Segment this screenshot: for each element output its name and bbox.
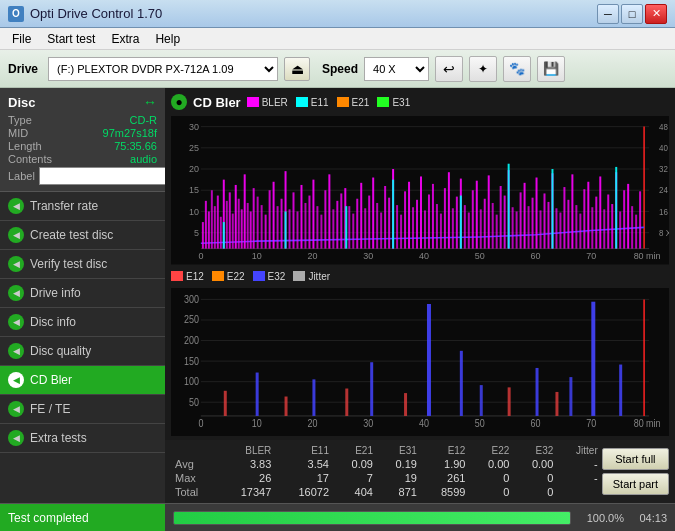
- title-left: O Opti Drive Control 1.70: [8, 6, 162, 22]
- transfer-rate-icon: ◀: [8, 198, 24, 214]
- svg-rect-78: [376, 203, 378, 249]
- row-max-jitter: -: [557, 471, 601, 485]
- svg-rect-132: [591, 207, 593, 248]
- svg-rect-58: [296, 211, 298, 248]
- svg-rect-77: [372, 178, 374, 249]
- svg-rect-131: [587, 182, 589, 249]
- row-total-jitter: [557, 485, 601, 499]
- svg-rect-129: [579, 214, 581, 249]
- erase-button[interactable]: ✦: [469, 56, 497, 82]
- svg-rect-35: [217, 196, 219, 249]
- fe-te-icon: ◀: [8, 401, 24, 417]
- svg-rect-117: [532, 198, 534, 249]
- svg-rect-143: [635, 215, 637, 249]
- speed-select[interactable]: 40 X: [364, 57, 429, 81]
- svg-text:100: 100: [184, 375, 199, 387]
- window-controls: ─ □ ✕: [597, 4, 667, 24]
- chart-title-bar: ● CD Bler BLER E11 E21 E31: [171, 92, 669, 112]
- status-right: 100.0% 04:13: [165, 511, 675, 525]
- svg-text:40: 40: [419, 417, 429, 429]
- drive-select[interactable]: (F:) PLEXTOR DVDR PX-712A 1.09: [48, 57, 278, 81]
- svg-rect-184: [569, 377, 572, 416]
- top-chart-svg: 30 25 20 15 10 5 48 X 40 X 32 X 24 X 16 …: [171, 116, 669, 265]
- svg-rect-63: [316, 206, 318, 248]
- disc-mid-label: MID: [8, 127, 28, 139]
- chart-title: CD Bler: [193, 95, 241, 110]
- svg-rect-71: [348, 206, 350, 248]
- svg-rect-113: [516, 211, 518, 248]
- menu-extra[interactable]: Extra: [103, 30, 147, 48]
- svg-rect-124: [559, 213, 561, 249]
- svg-rect-64: [320, 215, 322, 249]
- svg-rect-62: [312, 180, 314, 249]
- svg-rect-44: [244, 174, 246, 248]
- svg-rect-178: [312, 379, 315, 416]
- start-part-button[interactable]: Start part: [602, 473, 669, 495]
- svg-rect-187: [224, 390, 227, 415]
- drive-info-icon: ◀: [8, 285, 24, 301]
- svg-rect-149: [460, 196, 462, 249]
- col-header-e22: E22: [469, 444, 513, 457]
- sidebar-item-extra-tests[interactable]: ◀ Extra tests: [0, 424, 165, 453]
- menu-file[interactable]: File: [4, 30, 39, 48]
- maximize-button[interactable]: □: [621, 4, 643, 24]
- chart-legend-bottom: E12 E22 E32 Jitter: [171, 269, 669, 284]
- eject-button[interactable]: ⏏: [284, 57, 310, 81]
- sidebar-item-disc-info[interactable]: ◀ Disc info: [0, 308, 165, 337]
- table-and-buttons: BLER E11 E21 E31 E12 E22 E32 Jitter Avg: [165, 440, 675, 503]
- svg-text:60: 60: [531, 417, 541, 429]
- minimize-button[interactable]: ─: [597, 4, 619, 24]
- bottom-chart-wrapper: 300 250 200 150 100 50 0 10 20 30 40 50 …: [171, 288, 669, 437]
- sidebar-item-create-test-disc[interactable]: ◀ Create test disc: [0, 221, 165, 250]
- refresh-button[interactable]: ↩: [435, 56, 463, 82]
- menu-start-test[interactable]: Start test: [39, 30, 103, 48]
- settings-button[interactable]: 🐾: [503, 56, 531, 82]
- svg-text:48 X: 48 X: [659, 123, 669, 132]
- svg-text:5: 5: [194, 228, 199, 238]
- sidebar-item-cd-bler[interactable]: ◀ CD Bler: [0, 366, 165, 395]
- svg-rect-112: [512, 207, 514, 248]
- create-test-disc-icon: ◀: [8, 227, 24, 243]
- main-area: Disc ↔ Type CD-R MID 97m27s18f Length 75…: [0, 88, 675, 503]
- svg-rect-56: [289, 209, 291, 248]
- save-button[interactable]: 💾: [537, 56, 565, 82]
- row-max-e11: 17: [275, 471, 333, 485]
- svg-text:0: 0: [198, 417, 203, 429]
- sidebar-item-transfer-rate[interactable]: ◀ Transfer rate: [0, 192, 165, 221]
- chart-container: ● CD Bler BLER E11 E21 E31: [165, 88, 675, 440]
- svg-rect-100: [464, 205, 466, 248]
- svg-rect-40: [232, 214, 234, 249]
- menu-help[interactable]: Help: [147, 30, 188, 48]
- row-avg-e12: 1.90: [421, 457, 470, 471]
- svg-text:150: 150: [184, 354, 199, 366]
- svg-rect-47: [253, 188, 255, 248]
- col-header-e12: E12: [421, 444, 470, 457]
- svg-rect-182: [480, 385, 483, 416]
- svg-rect-57: [293, 192, 295, 248]
- disc-label-input[interactable]: [39, 167, 172, 185]
- sidebar-item-verify-test-disc[interactable]: ◀ Verify test disc: [0, 250, 165, 279]
- disc-expand-icon[interactable]: ↔: [143, 94, 157, 110]
- sidebar-item-fe-te[interactable]: ◀ FE / TE: [0, 395, 165, 424]
- svg-text:60: 60: [531, 251, 541, 261]
- disc-length-label: Length: [8, 140, 42, 152]
- start-full-button[interactable]: Start full: [602, 448, 669, 470]
- svg-rect-97: [452, 208, 454, 248]
- svg-rect-83: [396, 205, 398, 248]
- row-avg-e11: 3.54: [275, 457, 333, 471]
- svg-rect-80: [384, 186, 386, 249]
- sidebar-item-drive-info[interactable]: ◀ Drive info: [0, 279, 165, 308]
- svg-rect-118: [536, 178, 538, 249]
- close-button[interactable]: ✕: [645, 4, 667, 24]
- row-max-e31: 19: [377, 471, 421, 485]
- svg-rect-109: [500, 186, 502, 249]
- svg-rect-61: [308, 196, 310, 249]
- svg-rect-94: [440, 214, 442, 249]
- svg-rect-183: [536, 367, 539, 415]
- progress-bar: [173, 511, 571, 525]
- row-total-e31: 871: [377, 485, 421, 499]
- row-total-e11: 16072: [275, 485, 333, 499]
- svg-rect-185: [591, 301, 595, 415]
- svg-rect-126: [567, 200, 569, 249]
- sidebar-item-disc-quality[interactable]: ◀ Disc quality: [0, 337, 165, 366]
